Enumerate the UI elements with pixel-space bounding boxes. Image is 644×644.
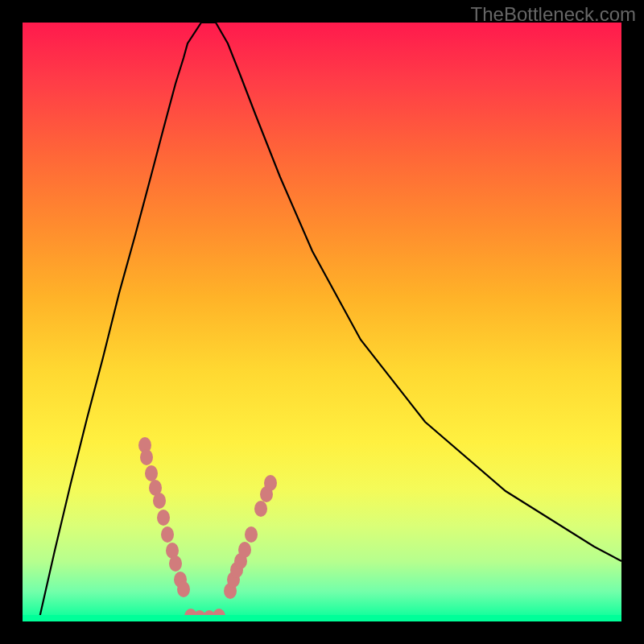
bead	[157, 510, 170, 526]
bead	[177, 581, 190, 597]
watermark-text: TheBottleneck.com	[471, 3, 636, 26]
bead-cluster	[138, 437, 277, 621]
bead	[161, 526, 174, 543]
curve-svg	[23, 23, 621, 621]
bead	[254, 501, 267, 517]
baseline	[23, 615, 621, 621]
bead	[145, 465, 158, 481]
bead	[238, 542, 251, 558]
bead	[264, 475, 277, 491]
bottleneck-curve	[39, 23, 621, 621]
bead	[169, 555, 182, 572]
bead	[153, 493, 166, 509]
chart-frame	[23, 23, 621, 621]
bead	[245, 526, 258, 543]
bead	[140, 449, 153, 465]
